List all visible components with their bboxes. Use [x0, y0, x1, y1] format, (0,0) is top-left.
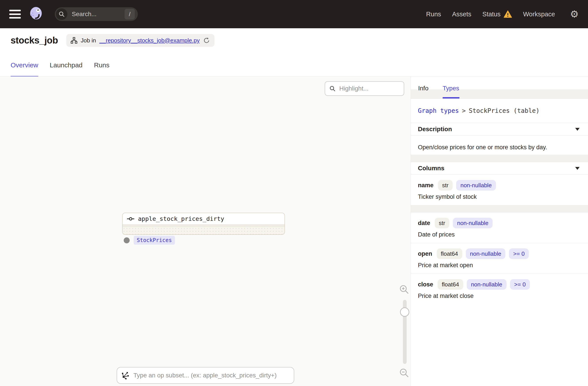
page-title: stocks_job [11, 35, 58, 46]
global-search[interactable]: / [55, 7, 138, 21]
gear-icon[interactable]: ⚙ [570, 9, 579, 19]
column-description: Price at market close [418, 293, 581, 299]
job-graph-icon [71, 37, 77, 44]
breadcrumb-current: StockPrices (table) [469, 107, 539, 114]
refresh-icon[interactable] [203, 37, 210, 44]
description-heading: Description [418, 126, 452, 133]
op-subset-input[interactable] [133, 372, 289, 379]
dagster-logo[interactable] [27, 5, 45, 23]
column-constraint-tag: non-nullable [456, 180, 496, 191]
nav-status[interactable]: Status [483, 10, 512, 18]
output-type-tag[interactable]: StockPrices [134, 236, 175, 245]
columns-section-header[interactable]: Columns [411, 162, 588, 175]
column-type-tag: float64 [437, 248, 462, 259]
column-constraint-tag: non-nullable [453, 218, 493, 228]
column-description: Price at market open [418, 262, 581, 269]
zoom-out-icon[interactable] [399, 367, 410, 379]
top-nav: Runs Assets Status Workspace ⚙ [426, 9, 579, 19]
highlight-search-icon [329, 85, 336, 92]
column-type-tag: float64 [438, 279, 463, 290]
page-header: stocks_job Job in __repository__stocks_j… [0, 28, 588, 76]
nav-workspace[interactable]: Workspace [523, 11, 555, 18]
column-row-open: open float64 non-nullable >= 0 Price at … [411, 243, 588, 274]
column-description: Date of prices [418, 231, 581, 238]
tab-overview[interactable]: Overview [11, 61, 38, 77]
sidebar-tab-types[interactable]: Types [443, 85, 459, 92]
column-constraint-tag: non-nullable [466, 248, 506, 259]
op-subset-icon [122, 371, 129, 380]
op-subset-box[interactable] [117, 367, 294, 384]
op-node[interactable]: apple_stock_prices_dirty [122, 213, 285, 235]
page-tabs: Overview Launchpad Runs [11, 61, 588, 77]
active-tab-underline [443, 97, 460, 99]
column-name: name [418, 182, 434, 189]
type-sidebar: Info Types Graph types > StockPrices (ta… [411, 76, 588, 386]
section-divider-band [411, 155, 588, 162]
output-port [124, 237, 130, 243]
sidebar-tab-info[interactable]: Info [418, 85, 428, 92]
job-origin-badge: Job in __repository__stocks_job@example.… [66, 34, 214, 47]
breadcrumb-graph-types-link[interactable]: Graph types [418, 107, 459, 114]
graph-canvas[interactable]: apple_stock_prices_dirty StockPrices [0, 76, 411, 386]
warning-icon [504, 10, 512, 18]
description-text: Open/close prices for one or more stocks… [411, 136, 588, 155]
op-output-row: StockPrices [124, 236, 175, 245]
workspace: apple_stock_prices_dirty StockPrices [0, 76, 588, 386]
description-section-header[interactable]: Description [411, 123, 588, 136]
highlight-search[interactable] [325, 81, 404, 96]
hamburger-menu-icon[interactable] [9, 10, 21, 19]
breadcrumb: Graph types > StockPrices (table) [411, 99, 588, 123]
highlight-input[interactable] [339, 85, 400, 92]
caret-down-icon[interactable] [575, 167, 580, 170]
tab-runs[interactable]: Runs [94, 61, 109, 77]
search-icon [56, 8, 67, 20]
sidebar-tabs: Info Types [411, 76, 588, 99]
slash-shortcut-badge: / [125, 9, 135, 20]
column-row-close: close float64 non-nullable >= 0 Price at… [411, 274, 588, 304]
job-file-link[interactable]: __repository__stocks_job@example.py [99, 37, 200, 44]
column-type-tag: str [438, 180, 453, 191]
op-node-body [123, 227, 285, 234]
zoom-slider-thumb[interactable] [400, 307, 409, 317]
op-icon [127, 217, 134, 221]
tab-launchpad[interactable]: Launchpad [50, 61, 82, 77]
topbar: / Runs Assets Status Workspace ⚙ [0, 0, 588, 28]
columns-heading: Columns [418, 165, 444, 172]
op-node-name: apple_stock_prices_dirty [138, 215, 224, 222]
octopus-logo-icon [27, 5, 45, 23]
column-type-tag: str [435, 218, 449, 228]
column-constraint-tag: >= 0 [509, 248, 529, 259]
op-node-strip [123, 224, 285, 227]
search-input[interactable] [71, 10, 125, 18]
section-divider-band [411, 205, 588, 212]
nav-runs[interactable]: Runs [426, 11, 441, 18]
job-badge-prefix: Job in [81, 37, 96, 44]
column-description: Ticker symbol of stock [418, 193, 581, 200]
column-name: date [418, 220, 430, 226]
column-constraint-tag: non-nullable [467, 279, 506, 290]
column-constraint-tag: >= 0 [510, 279, 530, 290]
breadcrumb-separator: > [462, 107, 466, 114]
nav-assets[interactable]: Assets [452, 11, 471, 18]
caret-down-icon[interactable] [575, 128, 580, 131]
column-name: open [418, 250, 432, 257]
zoom-in-icon[interactable] [399, 284, 410, 295]
column-row-name: name str non-nullable Ticker symbol of s… [411, 175, 588, 205]
column-row-date: date str non-nullable Date of prices [411, 212, 588, 243]
column-name: close [418, 281, 433, 288]
